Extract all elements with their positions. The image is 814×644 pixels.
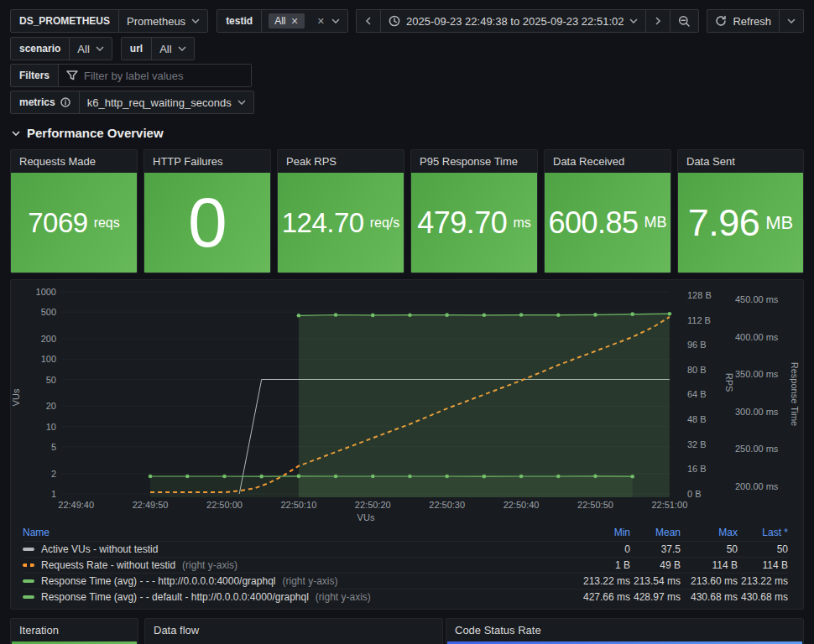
panel-title[interactable]: Data flow <box>145 619 442 641</box>
filter-input[interactable] <box>84 70 243 82</box>
dashboard: DS_PROMETHEUS Prometheus testid All ✕ ✕ <box>0 0 814 644</box>
section-title: Performance Overview <box>27 126 164 140</box>
series-point <box>556 313 561 317</box>
svg-text:10: 10 <box>46 422 56 432</box>
panel-title[interactable]: Iteration <box>11 619 138 641</box>
series-swatch-gray-line <box>23 548 34 551</box>
panel-title[interactable]: Data Sent <box>678 150 803 173</box>
panel-title[interactable]: HTTP Failures <box>144 150 270 173</box>
legend-row-requests-rate: Requests Rate - without testid (right y-… <box>23 557 788 573</box>
url-variable[interactable]: url All <box>121 37 195 60</box>
legend-header-name[interactable]: Name <box>23 527 571 538</box>
chevron-down-icon[interactable] <box>331 18 340 23</box>
svg-text:22:50:00: 22:50:00 <box>206 500 243 510</box>
legend-last: 430.68 ms <box>738 591 788 603</box>
svg-text:300.00 ms: 300.00 ms <box>735 407 779 417</box>
legend-min: 1 B <box>571 559 630 571</box>
legend-min: 213.22 ms <box>571 575 630 587</box>
url-value[interactable]: All <box>152 38 193 60</box>
svg-text:350.00 ms: 350.00 ms <box>735 369 779 379</box>
zoom-out-button[interactable] <box>670 9 699 33</box>
legend-series-toggle[interactable]: Response Time (avg) - - - http://0.0.0.0… <box>23 575 571 587</box>
metrics-value[interactable]: k6_http_req_waiting_seconds <box>80 91 253 113</box>
chevron-right-icon <box>655 17 660 25</box>
toolbar-row-2: scenario All url All <box>10 37 195 60</box>
data-flow-panel: Data flow <box>144 618 443 644</box>
stat-value-area: 0 <box>144 173 270 273</box>
svg-text:100: 100 <box>41 354 56 364</box>
chevron-down-icon <box>191 18 200 23</box>
panel-title[interactable]: Peak RPS <box>278 150 404 173</box>
time-range-picker[interactable]: 2025-09-23 22:49:38 to 2025-09-23 22:51:… <box>380 9 646 33</box>
testid-variable[interactable]: testid All ✕ ✕ <box>217 9 348 33</box>
svg-text:RPS: RPS <box>724 373 734 392</box>
legend-series-toggle[interactable]: Requests Rate - without testid (right y-… <box>23 559 571 571</box>
right-axis-note: (right y-axis) <box>316 591 371 603</box>
svg-text:112 B: 112 B <box>687 315 711 325</box>
legend-header-mean[interactable]: Mean <box>630 527 681 538</box>
svg-text:64 B: 64 B <box>687 389 707 399</box>
panel-title[interactable]: Code Status Rate <box>446 619 803 641</box>
filters-label: Filters <box>11 65 59 86</box>
svg-text:32 B: 32 B <box>687 439 707 449</box>
legend-series-toggle[interactable]: Active VUs - without testid <box>23 543 571 555</box>
series-swatch-green-line <box>23 595 34 599</box>
metrics-picker[interactable]: metrics k6_http_req_waiting_seconds <box>10 91 254 114</box>
legend-header-max[interactable]: Max <box>681 527 738 538</box>
testid-chip-all[interactable]: All ✕ <box>269 13 305 29</box>
svg-text:48 B: 48 B <box>687 414 707 424</box>
svg-text:250.00 ms: 250.00 ms <box>735 444 779 454</box>
refresh-icon <box>715 15 727 27</box>
testid-label: testid <box>217 10 262 32</box>
time-shift-back-button[interactable] <box>356 9 380 33</box>
series-swatch-green-line <box>23 579 34 583</box>
stat-panel-data-sent: Data Sent 7.96 MB <box>677 149 804 273</box>
series-point <box>297 314 301 318</box>
refresh-button[interactable]: Refresh <box>707 9 779 33</box>
series-point <box>222 475 227 479</box>
datasource-value[interactable]: Prometheus <box>119 10 207 32</box>
svg-text:VUs: VUs <box>11 388 21 406</box>
refresh-interval-button[interactable] <box>779 9 804 33</box>
svg-text:128 B: 128 B <box>687 290 712 300</box>
legend-row-response-time-1: Response Time (avg) - - - http://0.0.0.0… <box>23 573 788 589</box>
panel-title[interactable]: Data Received <box>545 150 671 173</box>
clear-all-icon[interactable]: ✕ <box>317 16 325 27</box>
chart-canvas[interactable]: 1000500200100502010521128 B112 B96 B80 B… <box>11 280 803 522</box>
legend-header-last[interactable]: Last * <box>738 527 788 538</box>
chevron-down-icon <box>178 46 186 51</box>
stat-value: 479.70 <box>417 205 507 241</box>
stat-panel-peak-rps: Peak RPS 124.70 req/s <box>277 149 404 273</box>
series-fill-3 <box>299 314 670 497</box>
filter-funnel-icon <box>66 70 78 81</box>
legend-max: 430.68 ms <box>681 591 738 603</box>
legend-last: 114 B <box>738 559 788 571</box>
svg-text:22:50:10: 22:50:10 <box>280 500 316 510</box>
svg-text:200: 200 <box>41 334 56 344</box>
panel-title[interactable]: Requests Made <box>11 150 137 173</box>
svg-text:50: 50 <box>46 375 56 385</box>
series-point <box>334 313 338 317</box>
chevron-down-icon <box>629 18 638 23</box>
legend-min: 0 <box>571 543 630 555</box>
section-performance-overview[interactable]: Performance Overview <box>12 126 164 140</box>
stat-value-area: 7069 reqs <box>11 173 137 273</box>
chip-remove-icon[interactable]: ✕ <box>290 16 298 27</box>
scenario-variable[interactable]: scenario All <box>10 37 112 60</box>
svg-text:16 B: 16 B <box>687 464 707 474</box>
legend-header-min[interactable]: Min <box>571 527 630 538</box>
datasource-picker[interactable]: DS_PROMETHEUS Prometheus <box>10 9 208 33</box>
panel-title[interactable]: P95 Response Time <box>411 150 537 173</box>
svg-text:22:50:50: 22:50:50 <box>577 500 613 510</box>
series-point <box>593 313 597 317</box>
svg-text:500: 500 <box>41 307 56 317</box>
legend-series-toggle[interactable]: Response Time (avg) - - default - http:/… <box>23 591 571 603</box>
scenario-value[interactable]: All <box>70 38 111 60</box>
svg-text:VUs: VUs <box>357 512 375 522</box>
svg-text:1000: 1000 <box>36 287 56 297</box>
toolbar-row-1: DS_PROMETHEUS Prometheus testid All ✕ ✕ <box>10 9 348 33</box>
svg-text:80 B: 80 B <box>687 365 707 375</box>
svg-text:200.00 ms: 200.00 ms <box>735 481 779 491</box>
time-shift-forward-button[interactable] <box>645 9 670 33</box>
svg-text:2: 2 <box>51 469 56 479</box>
